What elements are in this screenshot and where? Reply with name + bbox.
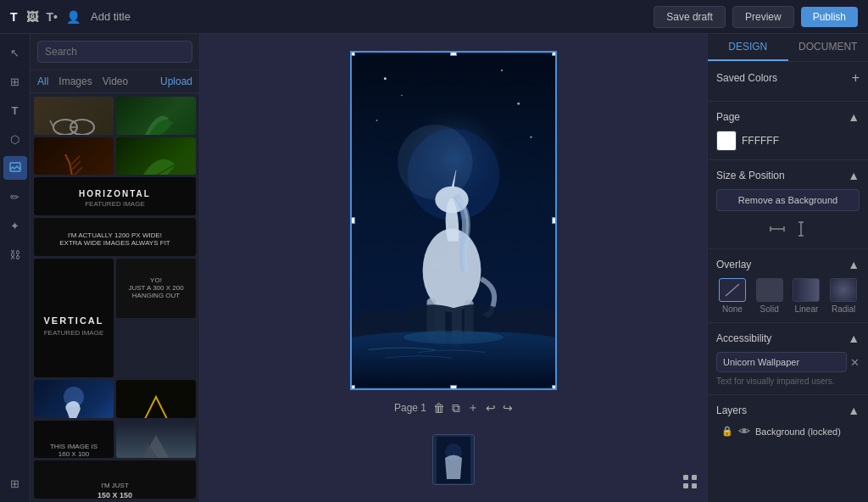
media-item[interactable]: YO!JUST A 300 X 200HANGING OUT — [116, 259, 196, 318]
accessibility-toggle[interactable]: ▲ — [848, 332, 860, 345]
media-item[interactable] — [34, 97, 114, 135]
handle-mid-right[interactable] — [552, 217, 557, 224]
layer-lock-icon: 🔒 — [721, 426, 733, 437]
layers-section: Layers ▲ 🔒 Background (locked) — [708, 395, 868, 449]
handle-top-left[interactable] — [350, 51, 355, 56]
canvas-wrapper — [350, 51, 557, 390]
tab-all[interactable]: All — [37, 75, 48, 87]
text-tool[interactable]: T — [3, 98, 27, 122]
publish-button[interactable]: Publish — [801, 7, 858, 27]
layers-title: Layers — [716, 404, 747, 416]
remove-background-button[interactable]: Remove as Background — [716, 189, 860, 211]
grid-tool[interactable]: ⊞ — [3, 471, 27, 495]
accessibility-header: Accessibility ▲ — [716, 332, 860, 345]
undo-icon[interactable]: ↩ — [486, 401, 496, 415]
handle-top-right[interactable] — [552, 51, 557, 56]
overlay-linear[interactable]: Linear — [791, 278, 823, 314]
accessibility-input-row: ✕ — [716, 352, 860, 372]
page-label: Page 1 — [394, 402, 426, 414]
handle-bottom-left[interactable] — [350, 385, 355, 390]
link-tool[interactable]: ⛓ — [3, 243, 27, 266]
svg-rect-29 — [683, 475, 688, 480]
delete-icon[interactable]: 🗑 — [433, 401, 445, 415]
topbar-right: Save draft Preview Publish — [654, 6, 858, 28]
cursor-tool[interactable]: ↖ — [3, 41, 27, 64]
media-item[interactable]: THIS IMAGE IS 160 X 100 — [34, 421, 114, 459]
handle-bottom-mid[interactable] — [450, 385, 457, 390]
media-item[interactable] — [116, 421, 196, 459]
page-color-row: FFFFFF — [716, 131, 860, 151]
svg-point-16 — [517, 103, 520, 105]
topbar: T 🖼 T• 👤 Add title Save draft Preview Pu… — [0, 0, 868, 34]
handle-top-mid[interactable] — [450, 51, 457, 56]
media-item[interactable]: HORIZONTAL FEATURED IMAGE — [34, 177, 196, 215]
layers-toggle[interactable]: ▲ — [848, 404, 860, 417]
layer-item[interactable]: 🔒 Background (locked) — [716, 422, 860, 440]
media-item[interactable] — [116, 380, 196, 418]
media-item[interactable] — [116, 137, 196, 176]
overlay-title: Overlay — [716, 259, 751, 271]
tab-design[interactable]: DESIGN — [708, 34, 788, 61]
clear-accessibility-button[interactable]: ✕ — [850, 356, 860, 369]
upload-button[interactable]: Upload — [160, 75, 192, 87]
topbar-logo: T 🖼 T• 👤 — [10, 10, 81, 24]
handle-bottom-right[interactable] — [552, 385, 557, 390]
canvas-title[interactable]: Add title — [91, 10, 131, 23]
size-position-toggle[interactable]: ▲ — [848, 169, 860, 182]
overlay-radial[interactable]: Radial — [827, 278, 860, 314]
grid-view-button[interactable] — [682, 473, 698, 494]
media-item[interactable] — [34, 380, 114, 418]
page-section: Page ▲ FFFFFF — [708, 102, 868, 160]
svg-line-39 — [726, 284, 739, 296]
tab-images[interactable]: Images — [58, 75, 92, 87]
crop-tool[interactable]: ⊞ — [3, 70, 27, 93]
layers-header: Layers ▲ — [716, 404, 860, 417]
pen-tool[interactable]: ✏ — [3, 185, 27, 209]
tab-document[interactable]: DOCUMENT — [788, 34, 869, 61]
page-color-swatch[interactable] — [716, 131, 737, 151]
topbar-icons: T 🖼 T• 👤 — [10, 10, 81, 24]
save-draft-button[interactable]: Save draft — [654, 6, 726, 28]
user-icon[interactable]: 👤 — [66, 10, 81, 24]
overlay-linear-icon[interactable] — [793, 278, 820, 302]
overlay-solid-icon[interactable] — [756, 278, 783, 302]
page-thumbnail[interactable] — [432, 434, 475, 485]
duplicate-icon[interactable]: ⧉ — [452, 401, 460, 416]
accessibility-input[interactable] — [716, 352, 847, 372]
text-tool-icon[interactable]: T• — [47, 10, 58, 24]
canvas-frame[interactable] — [350, 51, 557, 390]
media-item[interactable] — [34, 137, 114, 176]
overlay-section: Overlay ▲ None Solid Lin — [708, 249, 868, 323]
add-page-icon[interactable]: ＋ — [467, 400, 479, 416]
overlay-toggle[interactable]: ▲ — [848, 258, 860, 271]
effects-tool[interactable]: ✦ — [3, 214, 27, 237]
tab-video[interactable]: Video — [103, 75, 128, 87]
media-item[interactable] — [116, 97, 196, 135]
search-input[interactable] — [37, 41, 192, 63]
media-item[interactable]: VERTICAL FEATURED IMAGE — [34, 259, 114, 377]
overlay-radial-icon[interactable] — [830, 278, 857, 302]
logo-icon: T — [10, 10, 18, 24]
right-panel-tabs: DESIGN DOCUMENT — [708, 34, 868, 62]
page-toggle[interactable]: ▲ — [848, 110, 860, 124]
image-icon[interactable]: 🖼 — [26, 10, 38, 24]
overlay-none-label: None — [722, 304, 743, 314]
page-color-value: FFFFFF — [742, 135, 779, 147]
image-tool[interactable] — [3, 156, 27, 180]
svg-point-13 — [398, 125, 473, 200]
layer-background-label: Background (locked) — [755, 427, 841, 437]
preview-button[interactable]: Preview — [732, 6, 794, 28]
shapes-tool[interactable]: ⬡ — [3, 127, 27, 151]
thumbnail-strip — [432, 434, 475, 485]
accessibility-section: Accessibility ▲ ✕ Text for visually impa… — [708, 323, 868, 395]
handle-mid-left[interactable] — [350, 217, 355, 224]
accessibility-hint: Text for visually impaired users. — [716, 376, 860, 386]
media-item[interactable]: I'M ACTUALLY 1200 PX WIDE!EXTRA WIDE IMA… — [34, 218, 196, 256]
overlay-linear-label: Linear — [794, 304, 818, 314]
overlay-none-icon[interactable] — [719, 278, 746, 302]
overlay-none[interactable]: None — [716, 278, 748, 314]
overlay-solid[interactable]: Solid — [754, 278, 786, 314]
saved-colors-add[interactable]: + — [852, 70, 860, 86]
media-item[interactable]: I'M JUST 150 X 150 — [34, 460, 196, 499]
redo-icon[interactable]: ↪ — [503, 401, 513, 415]
